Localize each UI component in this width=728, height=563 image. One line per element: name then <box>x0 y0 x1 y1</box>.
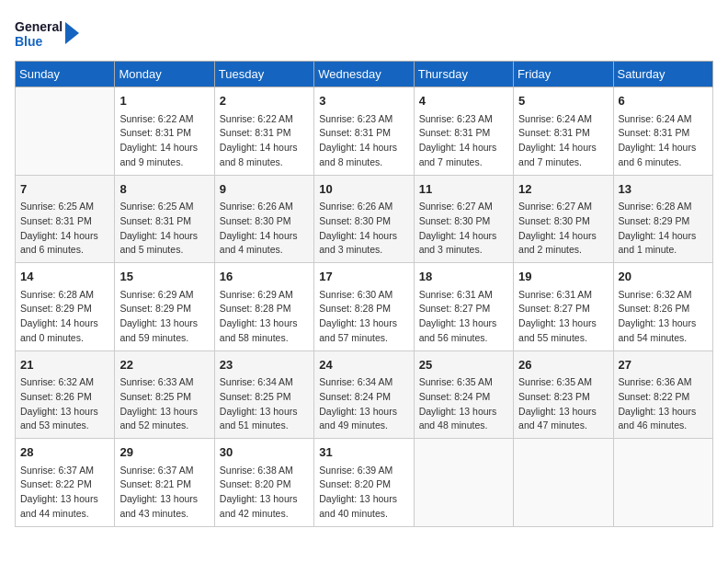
day-info: Sunrise: 6:23 AMSunset: 8:31 PMDaylight:… <box>319 112 408 170</box>
svg-text:General: General <box>15 19 63 34</box>
week-row-3: 14Sunrise: 6:28 AMSunset: 8:29 PMDayligh… <box>16 263 713 351</box>
logo: GeneralBlue <box>15 15 88 52</box>
header-day-saturday: Saturday <box>613 62 712 87</box>
calendar-body: 1Sunrise: 6:22 AMSunset: 8:31 PMDaylight… <box>16 87 713 527</box>
day-info: Sunrise: 6:25 AMSunset: 8:31 PMDaylight:… <box>119 200 209 258</box>
day-info: Sunrise: 6:30 AMSunset: 8:28 PMDaylight:… <box>319 288 408 346</box>
day-info: Sunrise: 6:26 AMSunset: 8:30 PMDaylight:… <box>220 200 309 258</box>
calendar-cell <box>16 87 115 176</box>
svg-text:Blue: Blue <box>15 34 43 49</box>
day-number: 28 <box>20 443 109 462</box>
calendar-cell: 10Sunrise: 6:26 AMSunset: 8:30 PMDayligh… <box>314 175 414 263</box>
day-info: Sunrise: 6:34 AMSunset: 8:25 PMDaylight:… <box>220 375 309 433</box>
day-info: Sunrise: 6:22 AMSunset: 8:31 PMDaylight:… <box>119 112 209 170</box>
day-info: Sunrise: 6:27 AMSunset: 8:30 PMDaylight:… <box>518 200 608 258</box>
day-info: Sunrise: 6:31 AMSunset: 8:27 PMDaylight:… <box>419 288 508 346</box>
day-number: 18 <box>419 268 508 286</box>
calendar-cell: 31Sunrise: 6:39 AMSunset: 8:20 PMDayligh… <box>314 439 414 527</box>
day-number: 11 <box>419 180 508 199</box>
header-day-sunday: Sunday <box>16 62 115 87</box>
header-row: SundayMondayTuesdayWednesdayThursdayFrid… <box>16 62 713 87</box>
calendar-cell: 16Sunrise: 6:29 AMSunset: 8:28 PMDayligh… <box>214 263 313 351</box>
calendar-cell: 7Sunrise: 6:25 AMSunset: 8:31 PMDaylight… <box>16 175 115 263</box>
day-info: Sunrise: 6:24 AMSunset: 8:31 PMDaylight:… <box>619 112 708 170</box>
day-number: 25 <box>419 356 508 374</box>
day-info: Sunrise: 6:35 AMSunset: 8:23 PMDaylight:… <box>518 375 608 433</box>
calendar-cell: 19Sunrise: 6:31 AMSunset: 8:27 PMDayligh… <box>514 263 613 351</box>
calendar-cell: 29Sunrise: 6:37 AMSunset: 8:21 PMDayligh… <box>115 439 214 527</box>
calendar-cell: 1Sunrise: 6:22 AMSunset: 8:31 PMDaylight… <box>115 87 214 176</box>
day-number: 27 <box>619 356 708 374</box>
svg-marker-2 <box>65 22 79 44</box>
calendar-cell: 20Sunrise: 6:32 AMSunset: 8:26 PMDayligh… <box>613 263 712 351</box>
header-day-monday: Monday <box>115 62 214 87</box>
calendar-table: SundayMondayTuesdayWednesdayThursdayFrid… <box>15 61 713 527</box>
calendar-cell: 22Sunrise: 6:33 AMSunset: 8:25 PMDayligh… <box>115 350 214 439</box>
day-number: 10 <box>319 180 408 199</box>
calendar-cell: 30Sunrise: 6:38 AMSunset: 8:20 PMDayligh… <box>214 439 313 527</box>
calendar-cell: 21Sunrise: 6:32 AMSunset: 8:26 PMDayligh… <box>16 350 115 439</box>
day-number: 23 <box>220 356 309 374</box>
calendar-cell: 27Sunrise: 6:36 AMSunset: 8:22 PMDayligh… <box>613 350 712 439</box>
calendar-cell: 24Sunrise: 6:34 AMSunset: 8:24 PMDayligh… <box>314 350 414 439</box>
day-number: 5 <box>518 92 608 110</box>
header-day-wednesday: Wednesday <box>314 62 414 87</box>
day-info: Sunrise: 6:25 AMSunset: 8:31 PMDaylight:… <box>20 200 109 258</box>
week-row-1: 1Sunrise: 6:22 AMSunset: 8:31 PMDaylight… <box>16 87 713 176</box>
day-info: Sunrise: 6:33 AMSunset: 8:25 PMDaylight:… <box>119 375 209 433</box>
day-info: Sunrise: 6:22 AMSunset: 8:31 PMDaylight:… <box>220 112 309 170</box>
calendar-cell: 26Sunrise: 6:35 AMSunset: 8:23 PMDayligh… <box>514 350 613 439</box>
calendar-header: SundayMondayTuesdayWednesdayThursdayFrid… <box>16 62 713 87</box>
day-number: 3 <box>319 92 408 110</box>
day-number: 7 <box>20 180 109 199</box>
page-header: GeneralBlue <box>15 15 713 52</box>
calendar-cell <box>414 439 513 527</box>
day-number: 6 <box>619 92 708 110</box>
day-info: Sunrise: 6:28 AMSunset: 8:29 PMDaylight:… <box>619 200 708 258</box>
calendar-cell: 18Sunrise: 6:31 AMSunset: 8:27 PMDayligh… <box>414 263 513 351</box>
header-day-friday: Friday <box>514 62 613 87</box>
day-info: Sunrise: 6:29 AMSunset: 8:29 PMDaylight:… <box>119 288 209 346</box>
day-number: 12 <box>518 180 608 199</box>
day-info: Sunrise: 6:29 AMSunset: 8:28 PMDaylight:… <box>220 288 309 346</box>
day-number: 19 <box>518 268 608 286</box>
calendar-cell <box>613 439 712 527</box>
calendar-cell: 13Sunrise: 6:28 AMSunset: 8:29 PMDayligh… <box>613 175 712 263</box>
header-day-tuesday: Tuesday <box>214 62 313 87</box>
day-info: Sunrise: 6:39 AMSunset: 8:20 PMDaylight:… <box>319 464 408 522</box>
day-number: 17 <box>319 268 408 286</box>
day-number: 8 <box>119 180 209 199</box>
calendar-cell: 9Sunrise: 6:26 AMSunset: 8:30 PMDaylight… <box>214 175 313 263</box>
calendar-cell: 23Sunrise: 6:34 AMSunset: 8:25 PMDayligh… <box>214 350 313 439</box>
day-info: Sunrise: 6:26 AMSunset: 8:30 PMDaylight:… <box>319 200 408 258</box>
day-number: 1 <box>119 92 209 110</box>
day-number: 16 <box>220 268 309 286</box>
logo-icon: GeneralBlue <box>15 15 88 52</box>
calendar-cell: 15Sunrise: 6:29 AMSunset: 8:29 PMDayligh… <box>115 263 214 351</box>
day-number: 14 <box>20 268 109 286</box>
calendar-cell: 28Sunrise: 6:37 AMSunset: 8:22 PMDayligh… <box>16 439 115 527</box>
header-day-thursday: Thursday <box>414 62 513 87</box>
day-info: Sunrise: 6:34 AMSunset: 8:24 PMDaylight:… <box>319 375 408 433</box>
day-number: 24 <box>319 356 408 374</box>
week-row-4: 21Sunrise: 6:32 AMSunset: 8:26 PMDayligh… <box>16 350 713 439</box>
week-row-5: 28Sunrise: 6:37 AMSunset: 8:22 PMDayligh… <box>16 439 713 527</box>
day-number: 4 <box>419 92 508 110</box>
day-info: Sunrise: 6:23 AMSunset: 8:31 PMDaylight:… <box>419 112 508 170</box>
calendar-cell: 11Sunrise: 6:27 AMSunset: 8:30 PMDayligh… <box>414 175 513 263</box>
day-info: Sunrise: 6:36 AMSunset: 8:22 PMDaylight:… <box>619 375 708 433</box>
day-number: 30 <box>220 443 309 462</box>
day-info: Sunrise: 6:38 AMSunset: 8:20 PMDaylight:… <box>220 464 309 522</box>
day-info: Sunrise: 6:32 AMSunset: 8:26 PMDaylight:… <box>20 375 109 433</box>
day-number: 29 <box>119 443 209 462</box>
day-info: Sunrise: 6:37 AMSunset: 8:21 PMDaylight:… <box>119 464 209 522</box>
day-info: Sunrise: 6:24 AMSunset: 8:31 PMDaylight:… <box>518 112 608 170</box>
calendar-cell: 3Sunrise: 6:23 AMSunset: 8:31 PMDaylight… <box>314 87 414 176</box>
calendar-cell: 6Sunrise: 6:24 AMSunset: 8:31 PMDaylight… <box>613 87 712 176</box>
day-info: Sunrise: 6:27 AMSunset: 8:30 PMDaylight:… <box>419 200 508 258</box>
day-number: 31 <box>319 443 408 462</box>
day-info: Sunrise: 6:35 AMSunset: 8:24 PMDaylight:… <box>419 375 508 433</box>
day-number: 22 <box>119 356 209 374</box>
week-row-2: 7Sunrise: 6:25 AMSunset: 8:31 PMDaylight… <box>16 175 713 263</box>
day-number: 26 <box>518 356 608 374</box>
